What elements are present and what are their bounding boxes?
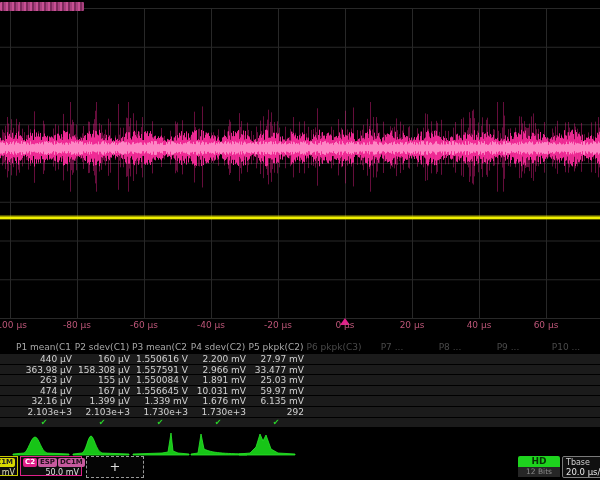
measurement-cell: 1.550084 V [132,375,188,385]
timebase-value: 20.0 µs/div [566,467,600,477]
time-axis-label: 40 µs [467,320,492,331]
measurement-cell: 292 [248,407,304,417]
c1-badge-row: DC1M [0,458,15,467]
measurement-header[interactable]: P4 sdev(C2) [190,342,246,353]
c1-coupling-badge: DC1M [0,458,15,467]
measurement-table: P1 mean(C1)P2 sdev(C1)P3 mean(C2)P4 sdev… [0,341,600,431]
p2-histicon [72,430,130,457]
time-axis-label: -80 µs [63,320,91,331]
measurement-cell: 474 µV [16,386,72,396]
measurement-cell: 25.03 mV [248,375,304,385]
measurement-cell: 2.200 mV [190,354,246,364]
time-axis-label: -20 µs [264,320,292,331]
p1-histicon [12,430,70,457]
c2-coupling-badge: DC1M [58,458,85,467]
p3-histicon [132,430,190,457]
measurement-header[interactable]: P11 [596,342,600,353]
measurement-header[interactable]: P9 ... [480,342,536,353]
status-check-icon: ✔ [190,418,246,428]
measurement-cell: 1.550616 V [132,354,188,364]
measurement-cell: 1.339 mV [132,396,188,406]
time-axis-labels: -100 µs-80 µs-60 µs-40 µs-20 µs0 µs20 µs… [0,320,600,332]
p5-histicon [238,430,296,457]
measurement-cell: 32.16 µV [16,396,72,406]
measurement-cell: 1.730e+3 [132,407,188,417]
measurement-cell: 160 µV [74,354,130,364]
measurement-header[interactable]: P6 pkpk(C3) [306,342,362,353]
measurement-cell: 440 µV [16,354,72,364]
measurement-cell: 155 µV [74,375,130,385]
status-check-icon: ✔ [74,418,130,428]
top-left-annotation [0,2,84,11]
time-axis-label: 60 µs [534,320,559,331]
histicon-row [0,430,600,457]
measurement-cell: 363.98 µV [16,365,72,375]
descriptor-bar: DC1M 50.0 mV C2 ESP DC1M 50.0 mV + HD 12… [0,455,600,480]
time-axis-label: -60 µs [130,320,158,331]
measurement-cell: 27.97 mV [248,354,304,364]
measurement-cell: 1.556645 V [132,386,188,396]
status-check-icon: ✔ [248,418,304,428]
measurement-cell: 59.97 mV [248,386,304,396]
timebase-descriptor[interactable]: Tbase 20.0 µs/div [562,456,600,478]
channel-c2-descriptor[interactable]: C2 ESP DC1M 50.0 mV [20,456,82,476]
measurement-header[interactable]: P1 mean(C1) [16,342,72,353]
measurement-cell: 167 µV [74,386,130,396]
measurement-cell: 10.031 mV [190,386,246,396]
measurement-cell: 158.308 µV [74,365,130,375]
c2-channel-badge: C2 [23,458,37,467]
time-axis-label: 20 µs [400,320,425,331]
measurement-cell: 33.477 mV [248,365,304,375]
measurement-header[interactable]: P8 ... [422,342,478,353]
measurement-cell: 1.730e+3 [190,407,246,417]
measurement-header[interactable]: P7 ... [364,342,420,353]
c2-scale-value: 50.0 mV [23,468,79,477]
measurement-cell: 1.557591 V [132,365,188,375]
c2-esp-badge: ESP [38,458,57,467]
measurement-cell: 2.103e+3 [74,407,130,417]
measurement-cell: 1.676 mV [190,396,246,406]
measurement-cell: 263 µV [16,375,72,385]
measurement-cell: 2.966 mV [190,365,246,375]
time-axis-label: -40 µs [197,320,225,331]
measurement-header[interactable]: P2 sdev(C1) [74,342,130,353]
oscilloscope-screen: -100 µs-80 µs-60 µs-40 µs-20 µs0 µs20 µs… [0,0,600,480]
measurement-cell: 2.103e+3 [16,407,72,417]
hd-label: HD [518,456,560,467]
plus-icon: + [110,459,121,474]
measurement-header[interactable]: P5 pkpk(C2) [248,342,304,353]
c1-scale-value: 50.0 mV [0,468,15,477]
hd-mode-badge[interactable]: HD 12 Bits [518,456,560,478]
measurement-header[interactable]: P3 mean(C2) [132,342,188,353]
time-axis-label: 0 µs [335,320,354,331]
status-check-icon: ✔ [132,418,188,428]
measurement-cell: 6.135 mV [248,396,304,406]
hd-bits-label: 12 Bits [518,467,560,477]
timebase-label: Tbase [566,458,600,467]
measurement-cell: 1.891 mV [190,375,246,385]
c2-badge-row: C2 ESP DC1M [23,458,79,467]
add-trace-button[interactable]: + [86,456,144,478]
time-axis-label: -100 µs [0,320,27,331]
measurement-cell: 1.399 µV [74,396,130,406]
measurement-header[interactable]: P10 ... [538,342,594,353]
channel-c1-descriptor[interactable]: DC1M 50.0 mV [0,456,18,476]
status-check-icon: ✔ [16,418,72,428]
